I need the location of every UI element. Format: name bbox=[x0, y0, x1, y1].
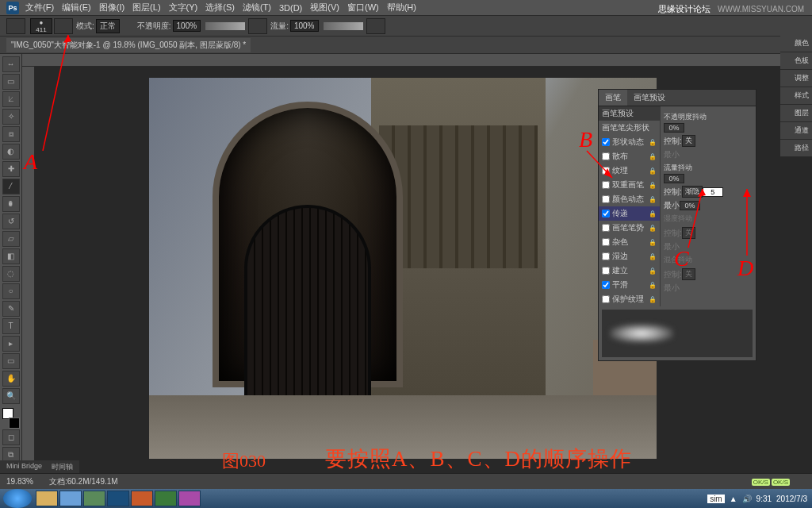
tab-brush[interactable]: 画笔 bbox=[599, 90, 627, 106]
zoom-tool[interactable]: 🔍 bbox=[2, 388, 20, 404]
control1-select[interactable]: 关 bbox=[682, 135, 695, 147]
list-item-smooth[interactable]: 平滑🔒 bbox=[599, 278, 660, 292]
list-item-shape[interactable]: 形状动态🔒 bbox=[599, 135, 660, 149]
stamp-tool[interactable]: ⧯ bbox=[2, 196, 20, 212]
crop-tool[interactable]: ⧈ bbox=[2, 126, 20, 142]
list-item-pose[interactable]: 画笔笔势🔒 bbox=[599, 221, 660, 235]
opacity-slider[interactable] bbox=[205, 22, 245, 30]
color-swatches[interactable] bbox=[2, 408, 20, 429]
hand-tool[interactable]: ✋ bbox=[2, 371, 20, 387]
taskbar-app-icon[interactable] bbox=[155, 491, 177, 506]
check-smooth[interactable] bbox=[602, 281, 610, 289]
list-item-color[interactable]: 颜色动态🔒 bbox=[599, 192, 660, 206]
check-buildup[interactable] bbox=[602, 267, 610, 275]
panel-layers[interactable]: 图层 bbox=[780, 105, 812, 122]
path-tool[interactable]: ▸ bbox=[2, 336, 20, 352]
marquee-tool[interactable]: ▭ bbox=[2, 74, 20, 90]
control4-select[interactable]: 关 bbox=[682, 268, 695, 280]
zoom-level[interactable]: 19.83% bbox=[6, 477, 33, 486]
min2-val[interactable]: 0% bbox=[680, 201, 700, 210]
airbrush-icon[interactable] bbox=[366, 18, 385, 34]
dodge-tool[interactable]: ○ bbox=[2, 283, 20, 299]
check-scatter[interactable] bbox=[602, 152, 610, 160]
list-item-wetedge[interactable]: 湿边🔒 bbox=[599, 249, 660, 264]
taskbar-ps-icon[interactable] bbox=[107, 491, 129, 506]
pen-tool[interactable]: ✎ bbox=[2, 301, 20, 317]
background-color[interactable] bbox=[9, 418, 20, 429]
eyedropper-tool[interactable]: ◐ bbox=[2, 144, 20, 160]
list-item-dual[interactable]: 双重画笔🔒 bbox=[599, 178, 660, 192]
menu-help[interactable]: 帮助(H) bbox=[387, 2, 416, 13]
check-shape[interactable] bbox=[602, 138, 610, 146]
taskbar-app-icon[interactable] bbox=[178, 491, 201, 506]
flow-slider[interactable] bbox=[324, 22, 363, 30]
list-item-tip[interactable]: 画笔笔尖形状 bbox=[599, 121, 660, 135]
brush-preview[interactable]: ●411 bbox=[30, 18, 52, 34]
panel-channels[interactable]: 通道 bbox=[780, 122, 812, 140]
taskbar-app-icon[interactable] bbox=[83, 491, 105, 506]
shape-tool[interactable]: ▭ bbox=[2, 353, 20, 369]
quickmask-icon[interactable]: ◻ bbox=[2, 429, 20, 445]
menu-window[interactable]: 窗口(W) bbox=[347, 2, 379, 13]
menu-edit[interactable]: 编辑(E) bbox=[62, 2, 91, 13]
opacity-jitter-val[interactable]: 0% bbox=[664, 123, 684, 133]
flow-jitter-val[interactable]: 0% bbox=[664, 174, 684, 183]
start-button[interactable] bbox=[3, 489, 32, 508]
menu-view[interactable]: 视图(V) bbox=[310, 2, 339, 13]
tab-timeline[interactable]: 时间轴 bbox=[52, 462, 73, 471]
list-item-transfer[interactable]: 传递🔒 bbox=[599, 206, 660, 221]
menu-3d[interactable]: 3D(D) bbox=[279, 3, 302, 13]
history-brush-tool[interactable]: ↺ bbox=[2, 214, 20, 229]
control3-select[interactable]: 关 bbox=[682, 227, 695, 239]
clock-date[interactable]: 2012/7/3 bbox=[776, 495, 807, 503]
opacity-value[interactable]: 100% bbox=[173, 20, 201, 32]
taskbar-explorer-icon[interactable] bbox=[36, 491, 58, 506]
taskbar-app-icon[interactable] bbox=[131, 491, 153, 506]
menu-layer[interactable]: 图层(L) bbox=[132, 2, 160, 13]
type-tool[interactable]: T bbox=[2, 318, 20, 334]
panel-adjustments[interactable]: 调整 bbox=[780, 70, 812, 87]
control2-num[interactable]: 5 bbox=[703, 187, 723, 197]
clock-time[interactable]: 9:31 bbox=[756, 495, 772, 503]
check-texture[interactable] bbox=[602, 167, 610, 175]
check-dual[interactable] bbox=[602, 181, 610, 189]
lasso-tool[interactable]: ⟀ bbox=[2, 91, 20, 107]
brush-tool[interactable]: ∕ bbox=[2, 179, 20, 194]
menu-select[interactable]: 选择(S) bbox=[205, 2, 235, 13]
photoshop-icon[interactable]: Ps bbox=[6, 2, 19, 14]
menu-type[interactable]: 文字(Y) bbox=[169, 2, 198, 13]
heal-tool[interactable]: ✚ bbox=[2, 161, 20, 177]
menu-image[interactable]: 图像(I) bbox=[99, 2, 124, 13]
mode-select[interactable]: 正常 bbox=[96, 19, 120, 33]
menu-file[interactable]: 文件(F) bbox=[25, 2, 54, 13]
check-transfer[interactable] bbox=[602, 210, 610, 217]
canvas-image[interactable] bbox=[149, 78, 657, 459]
list-item-buildup[interactable]: 建立🔒 bbox=[599, 264, 660, 278]
control2-select[interactable]: 渐隐 bbox=[682, 186, 703, 198]
gradient-tool[interactable]: ◧ bbox=[2, 248, 20, 264]
tab-minibridge[interactable]: Mini Bridge bbox=[6, 462, 42, 471]
tab-brush-presets[interactable]: 画笔预设 bbox=[627, 90, 672, 106]
brush-panel-toggle-icon[interactable] bbox=[54, 18, 73, 34]
wand-tool[interactable]: ✧ bbox=[2, 109, 20, 125]
taskbar-app-icon[interactable] bbox=[59, 491, 82, 506]
pressure-opacity-icon[interactable] bbox=[248, 18, 267, 34]
tool-preset-icon[interactable] bbox=[6, 18, 25, 34]
list-item-texture[interactable]: 纹理🔒 bbox=[599, 164, 660, 178]
check-wetedge[interactable] bbox=[602, 252, 610, 260]
check-noise[interactable] bbox=[602, 238, 610, 246]
blur-tool[interactable]: ◌ bbox=[2, 266, 20, 282]
check-protect[interactable] bbox=[602, 295, 610, 303]
panel-colors[interactable]: 颜色 bbox=[780, 35, 812, 52]
list-header[interactable]: 画笔预设 bbox=[599, 106, 660, 121]
tray-icon[interactable]: 🔊 bbox=[742, 495, 752, 503]
check-color[interactable] bbox=[602, 195, 610, 203]
document-tab[interactable]: "IMG_0050"大智能对象-1 @ 19.8% (IMG_0050 副本, … bbox=[6, 38, 251, 52]
move-tool[interactable]: ↔ bbox=[2, 56, 20, 72]
panel-styles[interactable]: 样式 bbox=[780, 87, 812, 105]
eraser-tool[interactable]: ▱ bbox=[2, 231, 20, 247]
menu-filter[interactable]: 滤镜(T) bbox=[243, 2, 271, 13]
tray-icon[interactable]: ▲ bbox=[730, 495, 737, 503]
list-item-scatter[interactable]: 散布🔒 bbox=[599, 149, 660, 164]
panel-paths[interactable]: 路径 bbox=[780, 140, 812, 157]
